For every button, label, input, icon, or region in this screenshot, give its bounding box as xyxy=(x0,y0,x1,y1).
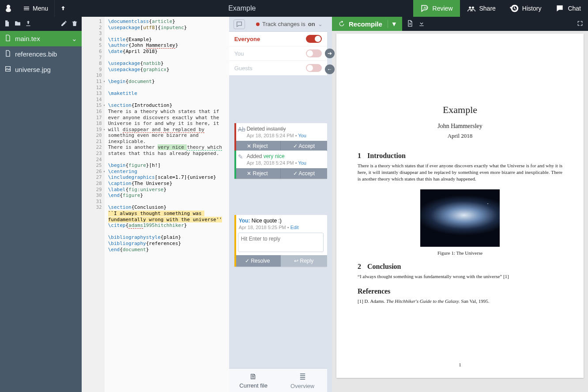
pdf-page-number: 1 xyxy=(336,362,584,367)
svg-point-2 xyxy=(471,7,474,9)
pdf-date: April 2018 xyxy=(358,132,562,139)
upload-icon[interactable] xyxy=(25,20,32,28)
new-file-icon[interactable] xyxy=(4,20,11,28)
expand-icon[interactable] xyxy=(577,20,584,28)
panel-divider[interactable]: ➔ ← xyxy=(327,17,332,392)
code-editor[interactable]: \documentclass{article}\usepackage[utf8]… xyxy=(105,17,229,392)
download-icon[interactable] xyxy=(418,20,425,28)
review-body: AbDeleted instantlyApr 18, 2018 5:24 PM … xyxy=(229,75,327,368)
history-icon xyxy=(510,4,519,13)
recompile-button[interactable]: Recompile ▾ xyxy=(332,17,402,31)
review-footer: 🗎 Current file ≣ Overview xyxy=(229,368,327,392)
reject-button[interactable]: ✕ Reject xyxy=(234,168,281,179)
review-button[interactable]: Ab Review xyxy=(413,0,460,17)
comment-card: You: Nice quote :)Apr 18, 2018 5:25 PM •… xyxy=(234,215,327,267)
chevron-down-icon[interactable]: ⌄ xyxy=(72,35,77,43)
svg-point-1 xyxy=(469,7,471,9)
tab-current-file[interactable]: 🗎 Current file xyxy=(229,369,278,392)
figure-caption: Figure 1: The Universe xyxy=(358,250,562,256)
pdf-para-1: There is a theory which states that if e… xyxy=(358,162,562,182)
reply-button[interactable]: ↩ Reply xyxy=(281,255,327,267)
share-button[interactable]: Share xyxy=(460,0,503,17)
recording-dot-icon xyxy=(256,23,260,26)
menu-button[interactable]: Menu xyxy=(17,0,54,17)
track-row-everyone: Everyone xyxy=(229,32,327,46)
recompile-dropdown[interactable]: ▾ xyxy=(388,20,396,28)
file-toolbar xyxy=(0,17,82,31)
file-icon xyxy=(4,34,11,43)
review-header: Track changes is on ⌄ xyxy=(229,17,327,32)
file-item-universe-jpg[interactable]: universe.jpg xyxy=(0,62,82,77)
pdf-title: Example xyxy=(358,104,562,116)
menu-label: Menu xyxy=(33,5,48,12)
top-bar: Menu Example Ab Review Share History Cha… xyxy=(0,0,588,17)
universe-image xyxy=(420,189,500,247)
history-button[interactable]: History xyxy=(503,0,549,17)
logs-icon[interactable] xyxy=(407,20,414,28)
pdf-section-2: 2 Conclusion xyxy=(358,263,562,271)
file-panel: main.tex⌄references.bibuniverse.jpg xyxy=(0,17,82,392)
file-icon xyxy=(4,50,11,58)
delete-icon[interactable] xyxy=(71,20,78,28)
file-item-main-tex[interactable]: main.tex⌄ xyxy=(0,31,82,46)
toggle-everyone[interactable] xyxy=(306,35,322,43)
project-title[interactable]: Example xyxy=(71,4,413,12)
rename-icon[interactable] xyxy=(60,20,68,28)
accept-button[interactable]: ✓ Accept xyxy=(281,141,327,151)
image-icon xyxy=(4,65,11,74)
text-strike-icon: Ab xyxy=(238,126,245,133)
track-row-guests: Guests xyxy=(229,61,327,75)
chat-button[interactable]: Chat xyxy=(548,0,588,17)
pdf-ref-1: [1] D. Adams. The Hitchhiker's Guide to … xyxy=(358,298,562,305)
pdf-references-heading: References xyxy=(358,287,562,295)
toggle-guests[interactable] xyxy=(306,64,322,72)
accept-button[interactable]: ✓ Accept xyxy=(281,168,327,179)
pdf-viewer[interactable]: Example John Hammersley April 2018 1 Int… xyxy=(332,31,588,392)
pdf-page: Example John Hammersley April 2018 1 Int… xyxy=(336,34,584,378)
file-list: main.tex⌄references.bibuniverse.jpg xyxy=(0,31,82,392)
refresh-icon xyxy=(338,20,345,27)
new-folder-icon[interactable] xyxy=(14,20,21,28)
track-changes-label: Track changes is xyxy=(262,21,305,27)
tab-overview[interactable]: ≣ Overview xyxy=(278,369,327,392)
review-panel: Track changes is on ⌄ Everyone You Guest… xyxy=(229,17,327,392)
file-item-references-bib[interactable]: references.bib xyxy=(0,46,82,62)
change-card-del: AbDeleted instantlyApr 18, 2018 5:24 PM … xyxy=(234,123,327,151)
pdf-figure: Figure 1: The Universe xyxy=(358,189,562,256)
pencil-icon: ✎ xyxy=(238,153,243,160)
pdf-para-2: “I always thought something was fundamen… xyxy=(358,273,562,280)
review-inbox-icon[interactable] xyxy=(234,19,245,29)
pdf-author: John Hammersley xyxy=(358,123,562,130)
track-changes-state: on xyxy=(308,21,315,27)
pdf-toolbar: Recompile ▾ xyxy=(332,17,588,31)
pdf-panel: Recompile ▾ Example John Hammersley Apri… xyxy=(332,17,588,392)
app-logo[interactable] xyxy=(0,0,17,17)
track-dropdown-icon[interactable]: ⌄ xyxy=(318,21,323,27)
edit-comment-link[interactable]: Edit xyxy=(290,225,299,230)
change-card-add: ✎Added very niceApr 18, 2018 5:24 PM • Y… xyxy=(234,151,327,179)
review-icon: Ab xyxy=(420,4,429,13)
file-icon: 🗎 xyxy=(229,372,278,381)
toggle-you[interactable] xyxy=(306,49,322,57)
line-gutter: 1234567891011121314151617181920212223242… xyxy=(82,17,105,392)
resolve-button[interactable]: ✓ Resolve xyxy=(234,255,281,267)
reject-button[interactable]: ✕ Reject xyxy=(234,141,281,151)
track-row-you: You xyxy=(229,46,327,61)
svg-text:Ab: Ab xyxy=(423,6,427,9)
list-icon: ≣ xyxy=(278,372,327,382)
pdf-section-1: 1 Introduction xyxy=(358,152,562,160)
back-up-button[interactable] xyxy=(54,0,71,17)
share-icon xyxy=(467,4,476,13)
editor-panel: 1234567891011121314151617181920212223242… xyxy=(82,17,229,392)
chat-icon xyxy=(555,4,564,13)
reply-input[interactable] xyxy=(238,233,324,252)
